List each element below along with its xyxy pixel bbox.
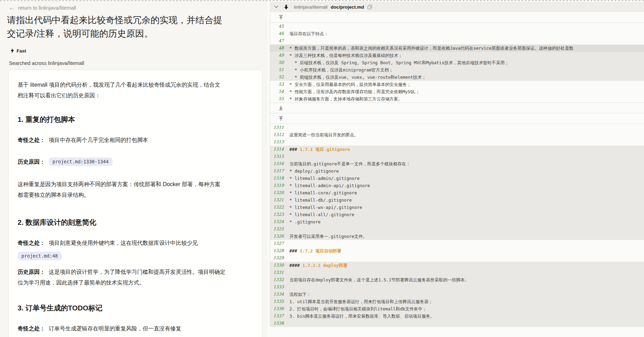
back-arrow-icon: ← [9, 5, 15, 11]
line-number: 1332 [270, 276, 289, 283]
code-viewer-panel: linlinjava/litemall doc/project.md 4546项… [268, 0, 644, 337]
code-line: 1323* litemall-all/.gitignore [270, 211, 644, 218]
line-content: * litemall-admin-api/.gitignore [289, 182, 644, 189]
line-content: * 后端技术栈，仅涉及 Spring, Spring Boot, Spring … [289, 59, 644, 66]
detail-paragraph-1: 这种重复是因为项目支持两种不同的部署方案：传统部署和 Docker 部署，每种方… [18, 179, 253, 200]
chevron-down-icon[interactable] [274, 6, 278, 8]
line-number: 55 [270, 95, 289, 103]
strange-text-2: 项目刻意避免使用外键约束，这在现代数据库设计中比较少见 [49, 240, 198, 246]
line-content: 开发者可以采用单一.gitignore文件。 [289, 233, 644, 240]
copy-icon[interactable] [367, 4, 372, 10]
code-line: 49* 涉及三种技术栈，但是每种技术栈仅涉及最基础的技术； [270, 52, 644, 59]
line-content [289, 153, 644, 160]
user-query-title: 请指出代码中看起来比较奇怪或冗余的实现，并结合提 交记录/注释，说明可能的历史原… [7, 13, 242, 40]
code-line: 1332当前项目存在deploy部署文件夹，这个是上述1.5.1节部署腾讯云服务… [270, 276, 644, 283]
expand-up-icon[interactable] [279, 15, 283, 20]
line-number: 1320 [270, 189, 289, 196]
line-number: 1312 [270, 131, 289, 138]
line-number: 1329 [270, 254, 289, 262]
line-content [289, 138, 644, 146]
line-number: 1337 [270, 312, 289, 320]
line-number: 1316 [270, 160, 289, 167]
code-line: 1327 [270, 240, 644, 247]
line-number: 1321 [270, 196, 289, 204]
code-line: 1314### 1.7.1 项目.gitignore [270, 146, 644, 153]
line-content: 项目存在以下特点： [289, 30, 644, 37]
reason-text-2: 这是项目的设计哲学，为了降低学习门槛和提高开发灵活性。项目明确定 位为学习用途，… [18, 269, 225, 286]
line-content: ### 1.7.1 项目.gitignore [289, 146, 644, 153]
line-number: 46 [270, 30, 289, 37]
line-content: * 安全方面，仅采用最基本的代码，提供简单基本的安全服务； [289, 81, 644, 88]
line-content: * deploy/.gitignore [289, 167, 644, 175]
reason-row-1: 历史原因：project.md:1330-1344 [18, 156, 253, 167]
code-line: 1320* litemall-core/.gitignore [270, 189, 644, 196]
code-line: 1315 [270, 153, 644, 160]
repo-name: linlinjava/litemall [294, 4, 328, 10]
code-snippets: 4546项目存在以下特点：4748* 数据库方面，只是简单的表，表和表之间的依赖… [270, 12, 644, 327]
markdown-hashes: #### [289, 263, 300, 268]
line-content: * 对象存储服务方面，支持本地存储和第三方云存储方案。 [289, 95, 644, 103]
line-content: #### 1.7.2.1 deploy部署 [289, 262, 644, 269]
strange-text-1: 项目中存在两个几乎完全相同的打包脚本 [49, 137, 148, 143]
code-line: 53* 安全方面，仅采用最基本的代码，提供简单基本的安全服务； [270, 81, 644, 88]
expand-up-icon[interactable] [279, 116, 283, 121]
line-content [289, 283, 644, 291]
code-line: 45 [270, 23, 644, 30]
line-content: 当前项目的.gitignore不是单一文件，而是多个模块都存在： [289, 160, 644, 167]
line-number: 50 [270, 59, 289, 66]
line-content: 3. bin脚本是云服务器运行，用来安装数据库、导入数据、启动项目服务。 [289, 312, 644, 320]
mode-badge[interactable]: Fast [10, 48, 268, 54]
line-content: 当前项目存在deploy部署文件夹，这个是上述1.5.1节部署腾讯云服务器所采取… [289, 276, 644, 283]
line-number: 1326 [270, 233, 289, 240]
expand-down-row [270, 103, 644, 113]
line-content: * 前端技术栈，仅涉及vue, vuex, vue-route和element技… [289, 74, 644, 81]
line-number: 1314 [270, 146, 289, 153]
line-number: 1311 [270, 124, 289, 131]
line-number: 54 [270, 88, 289, 95]
lightning-bolt-icon [10, 48, 14, 54]
code-line: 48* 数据库方面，只是简单的表，表和表之间的依赖关系没有采用外键设计，而是依赖… [270, 45, 644, 52]
markdown-heading-text: 1.7.2.1 deploy部署 [300, 263, 347, 268]
answer-card: 基于 litemall 项目的代码分析，我发现了几个看起来比较奇怪或冗余的实现，… [8, 70, 262, 337]
line-number: 1330 [270, 262, 289, 269]
line-content [289, 23, 644, 30]
code-line: 1333 [270, 283, 644, 291]
line-number: 1336 [270, 305, 289, 312]
markdown-hashes: ### [289, 248, 297, 253]
markdown-heading-text: 1.7.2 项目自动部署 [297, 248, 342, 253]
code-line: 47 [270, 37, 644, 45]
code-line: 51 * 小程序技术栈，仅涉及miniprogram官方文档； [270, 66, 644, 74]
code-line: 1325 [270, 225, 644, 233]
markdown-heading-text: 1.7.1 项目.gitignore [297, 147, 350, 152]
line-content: 2. 打包项目时，会编译打包项目相关模块到litemall和db文件夹中； [289, 305, 644, 312]
line-content: 流程如下： [289, 291, 644, 298]
line-content [289, 225, 644, 233]
citation-chip[interactable]: project.md:1330-1344 [49, 157, 113, 166]
citation-line-2: project.md:48 [18, 252, 253, 260]
code-line: 1322* litemall-wx-api/.gitignore [270, 204, 644, 211]
line-number: 1335 [270, 298, 289, 305]
line-number: 1315 [270, 153, 289, 160]
code-line: 1330#### 1.7.2.1 deploy部署 [270, 262, 644, 269]
strange-label: 奇怪之处： [18, 240, 45, 246]
line-number: 47 [270, 37, 289, 45]
code-line: 1334流程如下： [270, 291, 644, 298]
code-line: 50 * 后端技术栈，仅涉及 Spring, Spring Boot, Spri… [270, 59, 644, 66]
line-number: 1328 [270, 247, 289, 254]
mode-badge-label: Fast [17, 48, 26, 54]
download-arrow-icon [284, 4, 289, 10]
code-line: 13351. util脚本是当前开发服务器运行，用来打包项目和上传腾讯云服务器； [270, 298, 644, 305]
code-line: 1312这里简述一些当前项目开发的要点。 [270, 131, 644, 138]
file-name[interactable]: doc/project.md [331, 4, 364, 10]
code-line: 1331 [270, 269, 644, 276]
code-line: 1321* litemall-db/.gitignore [270, 196, 644, 204]
code-line: 1317* deploy/.gitignore [270, 167, 644, 175]
line-content: * litemall-core/.gitignore [289, 189, 644, 196]
citation-chip[interactable]: project.md:48 [18, 252, 62, 260]
line-number: 1327 [270, 240, 289, 247]
expand-down-icon[interactable] [279, 105, 283, 110]
line-content: * litemall-wx-api/.gitignore [289, 204, 644, 211]
back-link[interactable]: ← return to linlinjava/litemall [0, 0, 268, 11]
chat-panel: ← return to linlinjava/litemall 请指出代码中看起… [0, 0, 268, 337]
line-content: 1. util脚本是当前开发服务器运行，用来打包项目和上传腾讯云服务器； [289, 298, 644, 305]
